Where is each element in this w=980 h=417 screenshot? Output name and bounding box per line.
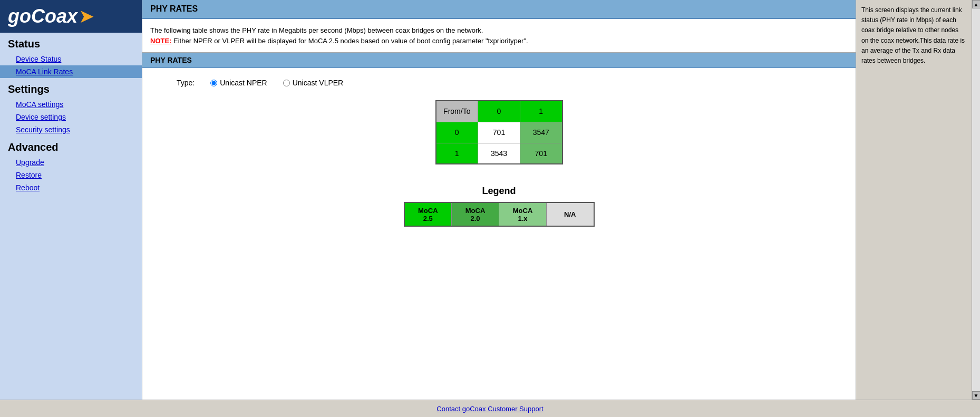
scroll-up-arrow[interactable]: ▲ — [972, 0, 981, 8]
support-link[interactable]: Contact goCoax Customer Support — [436, 405, 543, 413]
corner-cell: From/To — [436, 101, 478, 122]
row-header-0: 0 — [436, 122, 478, 143]
type-row: Type: Unicast NPER Unicast VLPER — [177, 79, 848, 87]
right-help-panel: This screen displays the current link st… — [856, 0, 972, 400]
content-body: Type: Unicast NPER Unicast VLPER From/To… — [142, 68, 856, 400]
logo-arrow: ➤ — [79, 5, 94, 27]
sidebar-item-moca-settings[interactable]: MoCA settings — [0, 98, 142, 111]
note-text: Either NPER or VLPER will be displayed f… — [171, 37, 528, 45]
legend-moca1x: MoCA1.x — [499, 202, 547, 226]
cell-1-0: 3543 — [478, 143, 520, 164]
table-row: 1 3543 701 — [436, 143, 562, 164]
unicast-nper-radio[interactable] — [210, 80, 217, 86]
unicast-nper-label: Unicast NPER — [220, 79, 267, 87]
help-text: This screen displays the current link st… — [861, 6, 965, 64]
unicast-vlper-label: Unicast VLPER — [293, 79, 343, 87]
status-section-title: Status — [0, 33, 142, 53]
note-label: NOTE: — [150, 37, 171, 45]
legend-moca20: MoCA2.0 — [452, 202, 499, 226]
page-header-bar: PHY RATES — [142, 0, 856, 19]
sidebar-item-device-status[interactable]: Device Status — [0, 53, 142, 65]
scroll-track[interactable] — [972, 8, 981, 391]
legend-table: MoCA2.5 MoCA2.0 MoCA1.x N/A — [404, 202, 595, 227]
cell-1-1: 701 — [520, 143, 562, 164]
col-header-1: 1 — [520, 101, 562, 122]
table-row: From/To 0 1 — [436, 101, 562, 122]
advanced-section-title: Advanced — [0, 136, 142, 156]
legend-wrapper: Legend MoCA2.5 MoCA2.0 MoCA1.x N/A — [150, 186, 848, 227]
table-row: 0 701 3547 — [436, 122, 562, 143]
scrollbar[interactable]: ▲ ▼ — [972, 0, 980, 400]
type-label: Type: — [177, 79, 195, 87]
scroll-down-arrow[interactable]: ▼ — [972, 391, 981, 400]
sidebar-item-upgrade[interactable]: Upgrade — [0, 156, 142, 169]
phy-rates-table: From/To 0 1 0 701 3547 1 3543 701 — [435, 100, 563, 164]
unicast-nper-option[interactable]: Unicast NPER — [210, 79, 267, 87]
phy-table-wrapper: From/To 0 1 0 701 3547 1 3543 701 — [150, 100, 848, 164]
description-text: The following table shows the PHY rate i… — [150, 26, 483, 34]
footer: Contact goCoax Customer Support — [0, 400, 980, 417]
sidebar-item-reboot[interactable]: Reboot — [0, 181, 142, 194]
unicast-vlper-option[interactable]: Unicast VLPER — [283, 79, 343, 87]
sidebar-item-security-settings[interactable]: Security settings — [0, 123, 142, 136]
settings-section-title: Settings — [0, 78, 142, 98]
content-area: PHY RATES The following table shows the … — [142, 0, 856, 400]
description-box: The following table shows the PHY rate i… — [142, 19, 856, 53]
logo-area: goCoax➤ — [0, 0, 142, 33]
col-header-0: 0 — [478, 101, 520, 122]
sidebar-item-restore[interactable]: Restore — [0, 169, 142, 181]
sidebar-item-moca-link-rates[interactable]: MoCA Link Rates — [0, 65, 142, 78]
row-header-1: 1 — [436, 143, 478, 164]
sidebar-item-device-settings[interactable]: Device settings — [0, 111, 142, 123]
cell-0-1: 3547 — [520, 122, 562, 143]
legend-na: N/A — [547, 202, 594, 226]
section-bar: PHY RATES — [142, 53, 856, 68]
logo-text: goCoax — [8, 5, 77, 27]
sidebar: goCoax➤ Status Device Status MoCA Link R… — [0, 0, 142, 400]
cell-0-0: 701 — [478, 122, 520, 143]
legend-moca25: MoCA2.5 — [404, 202, 452, 226]
unicast-vlper-radio[interactable] — [283, 80, 290, 86]
legend-title: Legend — [482, 186, 516, 197]
legend-row: MoCA2.5 MoCA2.0 MoCA1.x N/A — [404, 202, 594, 226]
